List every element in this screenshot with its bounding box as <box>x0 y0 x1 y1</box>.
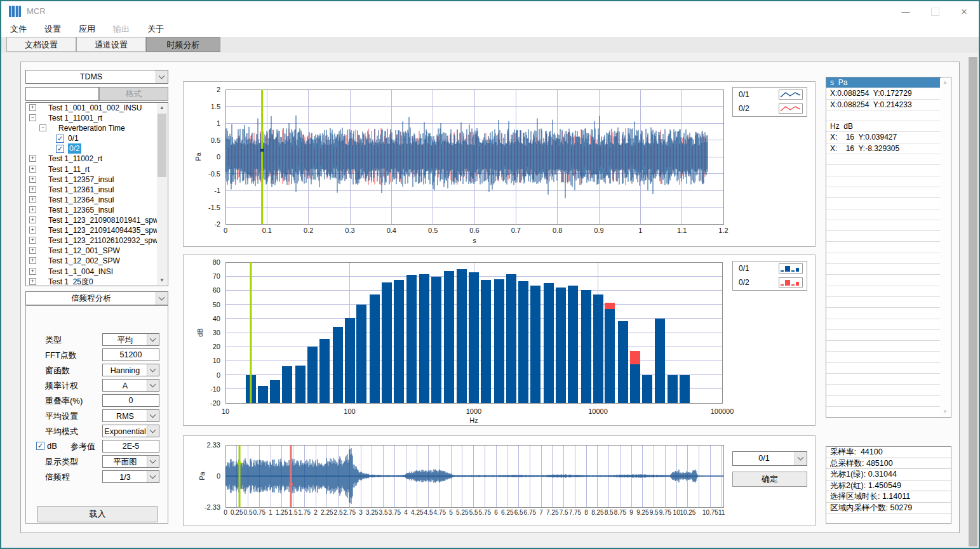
load-button[interactable]: 载入 <box>37 506 158 522</box>
readout-row[interactable] <box>826 396 941 407</box>
expand-icon[interactable]: + <box>29 257 36 264</box>
readout-row[interactable] <box>826 231 941 242</box>
expand-icon[interactable]: + <box>29 206 36 213</box>
menu-item-关于[interactable]: 关于 <box>147 22 164 37</box>
expand-icon[interactable]: + <box>29 196 36 203</box>
overview-waveform-chart[interactable]: 2.330-2.3300.250.50.7511.251.51.7522.252… <box>183 435 816 526</box>
readout-row[interactable] <box>826 198 941 209</box>
tree-item[interactable]: +Test 1_11_rt <box>26 164 168 175</box>
channel-select[interactable]: 0/1 <box>732 451 807 466</box>
form-select-类型[interactable]: 平均 <box>102 333 159 346</box>
tree-item[interactable]: +Test 1_12_002_SPW <box>26 256 168 266</box>
tree-item[interactable]: +Test 1_123_210908101941_spw <box>26 215 168 225</box>
close-button[interactable]: ✕ <box>950 1 979 22</box>
form-select-平均模式[interactable]: Exponential <box>102 425 159 437</box>
form-input-重叠率(%)[interactable] <box>102 394 159 407</box>
expand-icon[interactable]: + <box>29 166 36 173</box>
tree-checkbox[interactable]: ✓ <box>56 145 64 153</box>
expand-icon[interactable]: + <box>29 176 36 183</box>
filter-input[interactable] <box>25 87 99 101</box>
readout-row[interactable] <box>826 154 941 165</box>
format-button[interactable]: 格式 <box>99 87 168 101</box>
readout-row[interactable]: X:0.088254 Y:0.172729 <box>826 88 941 99</box>
minimize-button[interactable]: — <box>891 1 920 22</box>
maximize-button[interactable] <box>920 1 950 22</box>
tree-item[interactable]: +Test 1_001_001_002_INSU <box>26 103 168 113</box>
octave-spectrum-chart[interactable]: 80706050403020100-10-2010100100010000100… <box>183 255 816 426</box>
expand-icon[interactable]: + <box>29 227 36 234</box>
readout-row[interactable] <box>826 308 941 319</box>
readout-row[interactable] <box>826 220 941 231</box>
readout-row[interactable] <box>826 110 941 121</box>
menu-item-输出[interactable]: 输出 <box>113 22 130 37</box>
file-format-select[interactable]: TDMS <box>25 70 168 84</box>
readout-row[interactable] <box>826 209 941 220</box>
tree-item[interactable]: ✓0/2 <box>26 143 168 154</box>
readout-row[interactable] <box>826 275 941 286</box>
expand-icon[interactable]: + <box>29 278 36 285</box>
expand-icon[interactable]: + <box>29 216 36 223</box>
db-checkbox[interactable]: ✓ <box>36 442 44 450</box>
form-select-显示类型[interactable]: 平面图 <box>102 455 159 468</box>
readout-row[interactable] <box>826 297 941 308</box>
tree-item[interactable]: +Test 1_123_210914094435_spw <box>26 225 168 235</box>
tree-item[interactable]: +Test 1_12_001_SPW <box>26 246 168 256</box>
readout-row[interactable] <box>826 385 941 395</box>
collapse-icon[interactable]: − <box>39 124 46 131</box>
form-select-窗函数[interactable]: Hanning <box>102 364 159 376</box>
readout-row[interactable] <box>826 264 941 275</box>
readout-row[interactable] <box>826 253 941 264</box>
readout-row[interactable] <box>826 187 941 198</box>
readout-row[interactable] <box>826 176 941 187</box>
readout-row[interactable]: X: 16 Y:0.039427 <box>826 132 941 143</box>
readout-row[interactable]: Hz dB <box>826 121 941 132</box>
readout-row[interactable] <box>826 352 941 362</box>
tree-checkbox[interactable]: ✓ <box>56 135 64 143</box>
readout-row[interactable] <box>826 319 941 330</box>
readout-row[interactable] <box>826 341 941 352</box>
form-select-频率计权[interactable]: A <box>102 379 159 392</box>
expand-icon[interactable]: + <box>29 104 36 111</box>
right-scroll-band[interactable] <box>969 57 977 546</box>
readout-row[interactable] <box>826 374 941 385</box>
tree-item[interactable]: −Test 1_11001_rt <box>26 113 168 123</box>
tree-item[interactable]: +Test 1_25度0 <box>26 277 168 286</box>
readout-row[interactable] <box>826 330 941 341</box>
tree-item[interactable]: +Test 1_1_004_INSI <box>26 267 168 277</box>
form-input-FFT点数[interactable] <box>102 348 159 361</box>
tree-item[interactable]: +Test 1_12357_insul <box>26 175 168 185</box>
menu-item-文件[interactable]: 文件 <box>10 22 27 37</box>
scroll-up-icon[interactable]: ▲ <box>157 103 167 112</box>
tree-item[interactable]: +Test 1_12364_insul <box>26 195 168 205</box>
form-input-参考值[interactable] <box>102 440 159 453</box>
expand-icon[interactable]: + <box>29 247 36 254</box>
readout-row[interactable]: s Pa <box>826 77 941 88</box>
time-waveform-chart[interactable]: 21.510.50-0.5-1-1.5-200.10.20.30.40.50.6… <box>183 81 816 247</box>
readout-scrollbar[interactable]: ▲▼ <box>940 78 950 416</box>
expand-icon[interactable]: + <box>29 155 36 162</box>
tree-item[interactable]: −Reverberation Time <box>26 123 168 133</box>
tree-item[interactable]: ✓0/1 <box>26 133 168 143</box>
tab-时频分析[interactable]: 时频分析 <box>146 37 220 52</box>
tab-文档设置[interactable]: 文档设置 <box>6 37 76 52</box>
tree-item[interactable]: +Test 1_12365_insul <box>26 205 168 215</box>
collapse-icon[interactable]: − <box>29 114 36 121</box>
readout-row[interactable] <box>826 407 941 418</box>
expand-icon[interactable]: + <box>29 186 36 193</box>
analysis-type-select[interactable]: 倍频程分析 <box>25 291 168 305</box>
expand-icon[interactable]: + <box>29 237 36 244</box>
tab-通道设置[interactable]: 通道设置 <box>76 37 146 52</box>
tree-item[interactable]: +Test 1_12361_insul <box>26 185 168 195</box>
tree-scrollbar[interactable]: ▲▼ <box>157 103 167 285</box>
scroll-thumb[interactable] <box>158 114 166 177</box>
readout-row[interactable] <box>826 165 941 176</box>
readout-row[interactable] <box>826 363 941 374</box>
form-select-倍频程[interactable]: 1/3 <box>102 470 159 483</box>
confirm-button[interactable]: 确定 <box>732 472 807 487</box>
readout-row[interactable] <box>826 286 941 297</box>
scroll-up-icon[interactable]: ▲ <box>940 78 950 87</box>
scroll-down-icon[interactable]: ▼ <box>157 276 167 285</box>
tree-item[interactable]: +Test 1_123_211026102932_spw <box>26 235 168 246</box>
form-select-平均设置[interactable]: RMS <box>102 409 159 422</box>
readout-row[interactable] <box>826 242 941 253</box>
